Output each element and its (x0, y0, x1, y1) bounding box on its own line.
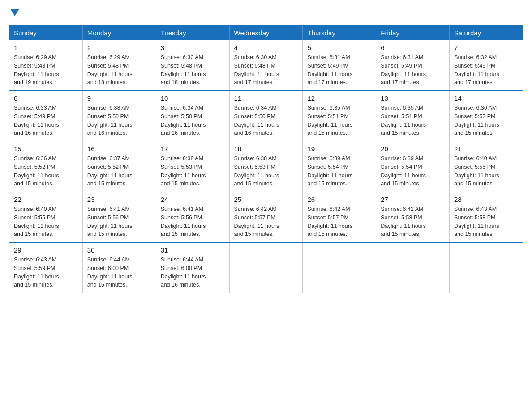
day-info: Sunrise: 6:41 AM Sunset: 5:56 PM Dayligh… (87, 205, 151, 239)
day-number: 24 (161, 196, 225, 203)
calendar-cell: 31 Sunrise: 6:44 AM Sunset: 6:00 PM Dayl… (156, 243, 229, 293)
day-number: 20 (381, 145, 445, 153)
week-row-5: 29 Sunrise: 6:43 AM Sunset: 5:59 PM Dayl… (9, 243, 523, 293)
day-info: Sunrise: 6:30 AM Sunset: 5:48 PM Dayligh… (234, 53, 298, 87)
day-number: 2 (87, 44, 151, 51)
calendar-cell: 26 Sunrise: 6:42 AM Sunset: 5:57 PM Dayl… (303, 192, 376, 243)
svg-marker-0 (10, 9, 19, 16)
calendar-cell: 7 Sunrise: 6:32 AM Sunset: 5:49 PM Dayli… (450, 40, 523, 91)
day-info: Sunrise: 6:42 AM Sunset: 5:58 PM Dayligh… (381, 205, 445, 239)
day-info: Sunrise: 6:40 AM Sunset: 5:55 PM Dayligh… (454, 154, 518, 188)
day-info: Sunrise: 6:32 AM Sunset: 5:49 PM Dayligh… (454, 53, 518, 87)
week-row-4: 22 Sunrise: 6:40 AM Sunset: 5:55 PM Dayl… (9, 192, 523, 243)
day-info: Sunrise: 6:33 AM Sunset: 5:49 PM Dayligh… (14, 104, 78, 137)
day-info: Sunrise: 6:36 AM Sunset: 5:52 PM Dayligh… (14, 154, 78, 188)
day-number: 1 (14, 44, 78, 51)
day-number: 21 (454, 145, 518, 153)
day-info: Sunrise: 6:41 AM Sunset: 5:56 PM Dayligh… (161, 205, 225, 239)
day-info: Sunrise: 6:42 AM Sunset: 5:57 PM Dayligh… (234, 205, 298, 239)
day-number: 26 (307, 196, 371, 203)
header-saturday: Saturday (450, 26, 523, 41)
day-info: Sunrise: 6:42 AM Sunset: 5:57 PM Dayligh… (307, 205, 371, 239)
calendar-cell: 12 Sunrise: 6:35 AM Sunset: 5:51 PM Dayl… (303, 91, 376, 141)
day-number: 6 (381, 44, 445, 51)
day-number: 16 (87, 145, 151, 153)
day-number: 31 (161, 246, 225, 254)
day-number: 9 (87, 94, 151, 102)
calendar-cell: 9 Sunrise: 6:33 AM Sunset: 5:50 PM Dayli… (82, 91, 156, 141)
day-info: Sunrise: 6:29 AM Sunset: 5:48 PM Dayligh… (87, 53, 151, 87)
day-info: Sunrise: 6:39 AM Sunset: 5:54 PM Dayligh… (381, 154, 445, 188)
calendar-cell: 28 Sunrise: 6:43 AM Sunset: 5:58 PM Dayl… (450, 192, 523, 243)
calendar-cell: 30 Sunrise: 6:44 AM Sunset: 6:00 PM Dayl… (82, 243, 156, 293)
day-number: 8 (14, 94, 78, 102)
day-info: Sunrise: 6:43 AM Sunset: 5:58 PM Dayligh… (454, 205, 518, 239)
day-number: 23 (87, 196, 151, 203)
day-info: Sunrise: 6:31 AM Sunset: 5:49 PM Dayligh… (307, 53, 371, 87)
day-number: 28 (454, 196, 518, 203)
calendar-cell: 5 Sunrise: 6:31 AM Sunset: 5:49 PM Dayli… (303, 40, 376, 91)
day-info: Sunrise: 6:31 AM Sunset: 5:49 PM Dayligh… (381, 53, 445, 87)
calendar-cell: 11 Sunrise: 6:34 AM Sunset: 5:50 PM Dayl… (229, 91, 303, 141)
day-info: Sunrise: 6:44 AM Sunset: 6:00 PM Dayligh… (161, 256, 225, 289)
header-monday: Monday (82, 26, 156, 41)
calendar-cell: 29 Sunrise: 6:43 AM Sunset: 5:59 PM Dayl… (9, 243, 83, 293)
day-number: 5 (307, 44, 371, 51)
day-number: 4 (234, 44, 298, 51)
day-info: Sunrise: 6:38 AM Sunset: 5:53 PM Dayligh… (161, 154, 225, 188)
day-info: Sunrise: 6:43 AM Sunset: 5:59 PM Dayligh… (14, 256, 78, 289)
logo (9, 9, 19, 18)
day-number: 12 (307, 94, 371, 102)
calendar-cell: 18 Sunrise: 6:38 AM Sunset: 5:53 PM Dayl… (229, 141, 303, 192)
calendar-cell: 3 Sunrise: 6:30 AM Sunset: 5:48 PM Dayli… (156, 40, 229, 91)
calendar-cell (450, 243, 523, 293)
day-number: 22 (14, 196, 78, 203)
day-info: Sunrise: 6:34 AM Sunset: 5:50 PM Dayligh… (161, 104, 225, 137)
day-number: 7 (454, 44, 518, 51)
day-number: 29 (14, 246, 78, 254)
day-info: Sunrise: 6:37 AM Sunset: 5:52 PM Dayligh… (87, 154, 151, 188)
calendar-cell: 20 Sunrise: 6:39 AM Sunset: 5:54 PM Dayl… (376, 141, 450, 192)
week-row-2: 8 Sunrise: 6:33 AM Sunset: 5:49 PM Dayli… (9, 91, 523, 141)
day-info: Sunrise: 6:34 AM Sunset: 5:50 PM Dayligh… (234, 104, 298, 137)
calendar-cell (229, 243, 303, 293)
calendar-cell (376, 243, 450, 293)
day-number: 13 (381, 94, 445, 102)
calendar-cell: 14 Sunrise: 6:36 AM Sunset: 5:52 PM Dayl… (450, 91, 523, 141)
header-friday: Friday (376, 26, 450, 41)
day-info: Sunrise: 6:35 AM Sunset: 5:51 PM Dayligh… (307, 104, 371, 137)
day-number: 25 (234, 196, 298, 203)
day-number: 18 (234, 145, 298, 153)
calendar-cell (303, 243, 376, 293)
header-sunday: Sunday (9, 26, 83, 41)
day-number: 10 (161, 94, 225, 102)
day-info: Sunrise: 6:35 AM Sunset: 5:51 PM Dayligh… (381, 104, 445, 137)
calendar-cell: 8 Sunrise: 6:33 AM Sunset: 5:49 PM Dayli… (9, 91, 83, 141)
calendar-cell: 2 Sunrise: 6:29 AM Sunset: 5:48 PM Dayli… (82, 40, 156, 91)
day-info: Sunrise: 6:40 AM Sunset: 5:55 PM Dayligh… (14, 205, 78, 239)
day-number: 14 (454, 94, 518, 102)
calendar-cell: 22 Sunrise: 6:40 AM Sunset: 5:55 PM Dayl… (9, 192, 83, 243)
calendar-header-row: SundayMondayTuesdayWednesdayThursdayFrid… (9, 26, 523, 41)
day-number: 30 (87, 246, 151, 254)
calendar-cell: 21 Sunrise: 6:40 AM Sunset: 5:55 PM Dayl… (450, 141, 523, 192)
calendar-cell: 6 Sunrise: 6:31 AM Sunset: 5:49 PM Dayli… (376, 40, 450, 91)
header-wednesday: Wednesday (229, 26, 303, 41)
calendar-cell: 19 Sunrise: 6:39 AM Sunset: 5:54 PM Dayl… (303, 141, 376, 192)
day-info: Sunrise: 6:44 AM Sunset: 6:00 PM Dayligh… (87, 256, 151, 289)
calendar-cell: 16 Sunrise: 6:37 AM Sunset: 5:52 PM Dayl… (82, 141, 156, 192)
day-number: 17 (161, 145, 225, 153)
header-tuesday: Tuesday (156, 26, 229, 41)
calendar-cell: 24 Sunrise: 6:41 AM Sunset: 5:56 PM Dayl… (156, 192, 229, 243)
calendar-cell: 25 Sunrise: 6:42 AM Sunset: 5:57 PM Dayl… (229, 192, 303, 243)
header-thursday: Thursday (303, 26, 376, 41)
day-number: 15 (14, 145, 78, 153)
day-number: 3 (161, 44, 225, 51)
week-row-1: 1 Sunrise: 6:29 AM Sunset: 5:48 PM Dayli… (9, 40, 523, 91)
day-info: Sunrise: 6:39 AM Sunset: 5:54 PM Dayligh… (307, 154, 371, 188)
calendar-cell: 4 Sunrise: 6:30 AM Sunset: 5:48 PM Dayli… (229, 40, 303, 91)
day-info: Sunrise: 6:38 AM Sunset: 5:53 PM Dayligh… (234, 154, 298, 188)
week-row-3: 15 Sunrise: 6:36 AM Sunset: 5:52 PM Dayl… (9, 141, 523, 192)
calendar-cell: 23 Sunrise: 6:41 AM Sunset: 5:56 PM Dayl… (82, 192, 156, 243)
day-info: Sunrise: 6:30 AM Sunset: 5:48 PM Dayligh… (161, 53, 225, 87)
